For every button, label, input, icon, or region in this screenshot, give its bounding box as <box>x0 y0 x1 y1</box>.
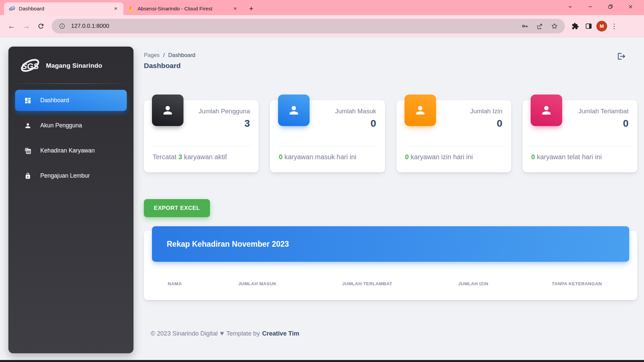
main-content: Pages / Dashboard Dashboard <box>144 37 637 360</box>
tab-close-icon[interactable]: × <box>231 5 239 12</box>
card-divider <box>277 146 378 146</box>
profile-avatar[interactable]: M <box>596 21 607 32</box>
export-excel-button[interactable]: EXPORT EXCEL <box>144 199 210 217</box>
sidebar-item-dashboard[interactable]: Dashboard <box>15 90 127 111</box>
stat-card-jumlah-pengguna: Jumlah Pengguna 3 Tercatat 3 karyawan ak… <box>144 100 259 172</box>
forward-button[interactable]: → <box>19 19 33 33</box>
stat-card-jumlah-masuk: Jumlah Masuk 0 0 karyawan masuk hari ini <box>270 100 385 172</box>
person-icon <box>405 95 436 126</box>
sidenav-divider <box>8 83 133 84</box>
sidebar-item-pengajuan-lembur[interactable]: Pengajuan Lembur <box>15 165 127 186</box>
sidebar-item-label: Dashboard <box>40 97 69 104</box>
stat-note-suffix: karyawan aktif <box>182 153 227 161</box>
site-info-icon[interactable] <box>56 20 68 32</box>
footer-copyright: © 2023 Sinarindo Digital <box>151 330 218 337</box>
sidebar-item-akun-pengguna[interactable]: Akun Pengguna <box>15 115 127 136</box>
page-footer: © 2023 Sinarindo Digital ♥ Template by C… <box>151 329 299 337</box>
browser-titlebar: SGS Dashboard × Absensi-Sinarindo - Clou… <box>0 0 644 15</box>
firebase-favicon-icon <box>128 5 134 12</box>
card-divider <box>529 146 631 146</box>
sidebar-item-label: Akun Pengguna <box>40 122 82 129</box>
attendance-report-card: Rekap Kehadiran November 2023 NAMA JUMLA… <box>144 231 637 300</box>
attendance-table-icon <box>24 147 32 155</box>
sgs-favicon-icon: SGS <box>9 5 15 12</box>
person-icon <box>531 95 562 126</box>
breadcrumb-separator: / <box>163 52 165 58</box>
stat-note-prefix: Tercatat <box>153 153 178 161</box>
tab-title: Absensi-Sinarindo - Cloud Firest <box>138 6 228 12</box>
column-header-jumlah-masuk: JUMLAH MASUK <box>211 281 304 286</box>
stat-value: 3 <box>199 118 250 129</box>
window-bottom-edge <box>0 360 644 362</box>
stat-title: Jumlah Masuk <box>335 108 376 115</box>
breadcrumb: Pages / Dashboard <box>144 52 637 58</box>
browser-toolbar: ← → 127.0.0.1:8000 <box>0 15 644 37</box>
stat-note: 0 karyawan izin hari ini <box>405 153 473 161</box>
card-divider <box>403 146 504 146</box>
reload-button[interactable] <box>34 19 48 33</box>
column-header-jumlah-terlambat: JUMLAH TERLAMBAT <box>304 281 430 286</box>
extensions-puzzle-icon[interactable] <box>570 20 581 32</box>
svg-text:SGS: SGS <box>9 7 15 10</box>
stat-card-jumlah-izin: Jumlah Izin 0 0 karyawan izin hari ini <box>396 100 511 172</box>
browser-menu-icon[interactable]: ⋮ <box>609 22 619 30</box>
page-title: Dashboard <box>144 62 637 70</box>
card-divider <box>151 146 252 146</box>
sidebar-item-label: Pengajuan Lembur <box>40 172 90 179</box>
restore-button[interactable] <box>600 0 621 13</box>
stat-note-suffix: karyawan izin hari ini <box>409 153 473 161</box>
sidenav-menu: Dashboard Akun Pengguna <box>8 90 133 186</box>
address-bar[interactable]: 127.0.0.1:8000 <box>52 19 565 34</box>
column-header-tanpa-keterangan: TANPA KETERANGAN <box>517 281 637 286</box>
person-icon <box>152 95 183 126</box>
tab-close-icon[interactable]: × <box>112 5 119 12</box>
stat-note-suffix: karyawan telat hari ini <box>535 153 602 161</box>
tab-strip: SGS Dashboard × Absensi-Sinarindo - Clou… <box>0 0 256 15</box>
stat-cards-row: Jumlah Pengguna 3 Tercatat 3 karyawan ak… <box>144 100 637 172</box>
bookmark-star-icon[interactable] <box>549 20 560 32</box>
share-icon[interactable] <box>534 20 545 32</box>
toolbar-actions: M ⋮ <box>570 20 619 32</box>
url-text: 127.0.0.1:8000 <box>71 23 109 29</box>
close-window-button[interactable] <box>621 0 641 13</box>
person-icon <box>278 95 310 126</box>
breadcrumb-current: Dashboard <box>168 52 196 58</box>
stat-note-number: 0 <box>405 153 409 161</box>
stat-note-suffix: karyawan masuk hari ini <box>282 153 356 161</box>
dashboard-icon <box>24 97 32 105</box>
sidebar-item-kehadiran-karyawan[interactable]: Kehadiran Karyawan <box>15 140 127 161</box>
column-header-nama: NAMA <box>144 281 211 286</box>
report-title: Rekap Kehadiran November 2023 <box>167 240 289 249</box>
stat-note: 0 karyawan telat hari ini <box>531 153 602 161</box>
sidenav-brand[interactable]: SGS Magang Sinarindo <box>8 47 133 83</box>
minimize-button[interactable] <box>580 0 600 13</box>
logout-icon[interactable] <box>616 51 627 61</box>
person-icon <box>24 122 32 130</box>
new-tab-button[interactable]: + <box>246 4 256 14</box>
breadcrumb-parent[interactable]: Pages <box>144 52 160 58</box>
tab-search-chevron-icon[interactable] <box>560 0 580 13</box>
stat-title: Jumlah Pengguna <box>199 108 250 115</box>
back-button[interactable]: ← <box>5 19 18 33</box>
stat-title: Jumlah Terlambat <box>578 108 629 115</box>
tab-title: Dashboard <box>19 6 109 12</box>
side-panel-icon[interactable] <box>583 20 594 32</box>
heart-icon: ♥ <box>220 329 224 337</box>
footer-middle: Template by <box>226 330 260 337</box>
footer-brand-link[interactable]: Creative Tim <box>262 330 299 337</box>
page-content: SGS Magang Sinarindo Das <box>0 37 644 360</box>
stat-note: Tercatat 3 karyawan aktif <box>153 153 227 161</box>
window-controls <box>560 0 641 13</box>
table-column-headers: NAMA JUMLAH MASUK JUMLAH TERLAMBAT JUMLA… <box>144 266 637 286</box>
stat-note-number: 0 <box>531 153 535 161</box>
topbar: Pages / Dashboard Dashboard <box>144 37 637 70</box>
stat-value: 0 <box>335 118 376 129</box>
password-key-icon[interactable] <box>519 20 531 32</box>
report-header: Rekap Kehadiran November 2023 <box>152 226 629 262</box>
stat-note-number: 3 <box>178 153 182 161</box>
tab-dashboard[interactable]: SGS Dashboard × <box>4 2 123 15</box>
column-header-jumlah-izin: JUMLAH IZIN <box>430 281 516 286</box>
sgs-logo-icon: SGS <box>20 56 41 75</box>
tab-firestore[interactable]: Absensi-Sinarindo - Cloud Firest × <box>123 2 243 15</box>
stat-value: 0 <box>470 118 502 129</box>
